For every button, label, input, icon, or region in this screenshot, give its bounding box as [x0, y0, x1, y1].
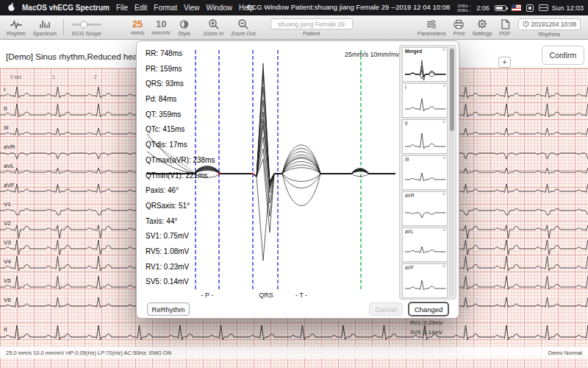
screen: MacOS vhECG Spectrum File Edit Format Vi…	[0, 0, 588, 368]
report-icon: ≡	[442, 119, 445, 124]
lead-label-aVR: aVR	[4, 144, 15, 150]
measurement-item-3: Pd: 84ms	[146, 95, 215, 110]
report-icon: ≡	[442, 47, 445, 52]
thumbnail-aVR[interactable]: aVR≡	[402, 191, 448, 226]
thumbnail-label: aVL	[405, 229, 414, 234]
menu-bar: MacOS vhECG Spectrum File Edit Format Vi…	[0, 0, 588, 15]
thumbnail-I[interactable]: I≡	[402, 83, 448, 118]
report-icon: ≡	[442, 227, 445, 233]
measurement-item-1: PR: 159ms	[146, 65, 215, 80]
status-demo-mode: Demo Normal	[548, 350, 582, 356]
thumbnail-aVF[interactable]: aVF≡	[402, 263, 448, 298]
parameters-label: Parameters	[417, 30, 446, 37]
thumbnail-scrollbar[interactable]	[449, 48, 454, 297]
style-button[interactable]: Style	[174, 15, 194, 39]
measurement-item-4: QT: 359ms	[146, 110, 215, 126]
lead-label-aVF: aVF	[4, 182, 15, 188]
ecg-scope-label: ECG Scope	[72, 30, 101, 37]
speed-display[interactable]: 25 mm/s	[127, 15, 148, 39]
net-down: 0KB/s ↓	[457, 8, 471, 13]
print-button[interactable]: Print	[449, 15, 468, 39]
input-source-icon[interactable]	[526, 4, 534, 12]
lead-label-V2: V2	[4, 220, 11, 227]
toolbar: Rhythm Spectrum ECG Scope 25 mm/s 10 mm/…	[0, 15, 588, 40]
battery-time: 2:06	[476, 4, 490, 12]
timeline-marker: 2	[94, 74, 97, 79]
toolbar-divider	[63, 19, 64, 35]
report-icon: ≡	[442, 263, 445, 269]
gain-display[interactable]: 10 mm/mV	[148, 15, 174, 39]
menu-file[interactable]: File	[116, 4, 128, 12]
menu-edit[interactable]: Edit	[135, 4, 147, 12]
measurement-item-6: QTdis: 17ms	[146, 141, 215, 156]
menu-view[interactable]: View	[184, 4, 200, 12]
gain-value: 10	[156, 19, 166, 29]
control-center-icon[interactable]	[539, 4, 547, 11]
lead-label-V3: V3	[4, 239, 11, 246]
patient-field-group: Patient	[267, 15, 356, 39]
menu-window[interactable]: Window	[206, 4, 232, 12]
scrollbar-thumb[interactable]	[450, 49, 454, 131]
thumbnail-label: I	[405, 85, 406, 90]
thumbnail-aVL[interactable]: aVL≡	[402, 227, 448, 262]
settings-button[interactable]: Settings	[468, 15, 495, 39]
rhythms-label: Rhythms	[538, 31, 560, 38]
measurement-dialog: RR: 748msPR: 159msQRS: 93msPd: 84msQT: 3…	[136, 40, 459, 319]
measurement-item-8: QTmin(V1): 221ms	[146, 171, 215, 187]
confirm-button[interactable]: Confirm	[542, 46, 584, 65]
thumbnail-label: aVR	[405, 193, 415, 198]
app-name-menu[interactable]: MacOS vhECG Spectrum	[22, 4, 110, 12]
status-acquisition-settings: 25.0 mm/s 10.0 mm/mV HP:0.05(Hz) LP:70(H…	[6, 350, 171, 356]
menu-bar-clock[interactable]: Sun 12:03	[552, 4, 584, 12]
menu-bar-status: 2KB/s ↑ 0KB/s ↓ 2:06 Sun 12:03	[457, 0, 584, 15]
rhythms-datetime-field[interactable]: 20191204 10:08	[518, 18, 581, 30]
rhythms-field-group: 20191204 10:08 Rhythms	[514, 15, 584, 39]
zoom-out-button[interactable]: Zoom Out	[227, 15, 259, 39]
measurement-item-9: Paxis: 46°	[146, 186, 215, 202]
measurement-item-12: SV1: 0.75mV	[146, 232, 215, 247]
patient-input[interactable]	[270, 18, 353, 29]
parameters-button[interactable]: Parameters	[414, 15, 450, 39]
settings-gear-icon	[476, 18, 488, 29]
pdf-button[interactable]: PDF	[496, 15, 514, 39]
lead-label-II: II	[4, 105, 7, 112]
zoom-in-icon	[208, 18, 220, 29]
rhythm-button[interactable]: Rhythm	[3, 15, 29, 39]
battery-icon[interactable]	[495, 5, 506, 11]
thumbnail-label: II	[405, 121, 408, 126]
thumbnail-label: aVF	[405, 265, 414, 270]
zoom-in-button[interactable]: Zoom In	[200, 15, 228, 39]
pdf-label: PDF	[500, 30, 511, 37]
print-label: Print	[453, 30, 465, 37]
parameters-icon	[426, 19, 437, 29]
lead-label-V6: V6	[4, 297, 11, 303]
window-title: ECG Window Patient:shuang jiang Female 2…	[247, 3, 450, 11]
thumbnail-II[interactable]: II≡	[402, 119, 448, 154]
ecg-scope-control[interactable]: ECG Scope	[67, 15, 107, 39]
lead-label-V4: V4	[4, 258, 11, 265]
style-icon	[179, 19, 190, 29]
network-speed-indicator[interactable]: 2KB/s ↑ 0KB/s ↓	[457, 4, 471, 13]
measurement-item-0: RR: 748ms	[146, 49, 215, 65]
cancel-button[interactable]: Cancel	[369, 302, 403, 316]
apple-menu-icon[interactable]	[7, 2, 15, 13]
changed-button[interactable]: Changed	[408, 302, 449, 316]
rhythms-datetime-value: 20191204 10:08	[531, 21, 576, 28]
thumbnail-III[interactable]: III≡	[402, 155, 448, 190]
rerhythm-button[interactable]: ReRhythm	[147, 302, 190, 316]
print-icon	[453, 19, 465, 29]
background-measurement: SV5: 0.14mV	[410, 329, 442, 336]
p-wave-marker: - P -	[194, 291, 220, 299]
report-icon: ≡	[442, 155, 445, 160]
spectrum-icon	[39, 19, 51, 29]
spectrum-button[interactable]: Spectrum	[29, 15, 60, 39]
thumbnail-label: III	[405, 157, 409, 162]
menu-format[interactable]: Format	[154, 4, 177, 12]
speed-unit: mm/s	[131, 29, 144, 36]
zoom-out-icon	[237, 18, 249, 29]
thumbnail-Merged[interactable]: Merged≡	[402, 47, 448, 82]
report-icon: ≡	[442, 83, 445, 88]
add-button[interactable]: +	[498, 57, 511, 68]
us-flag-icon[interactable]	[512, 4, 521, 11]
rhythm-icon	[10, 19, 23, 29]
